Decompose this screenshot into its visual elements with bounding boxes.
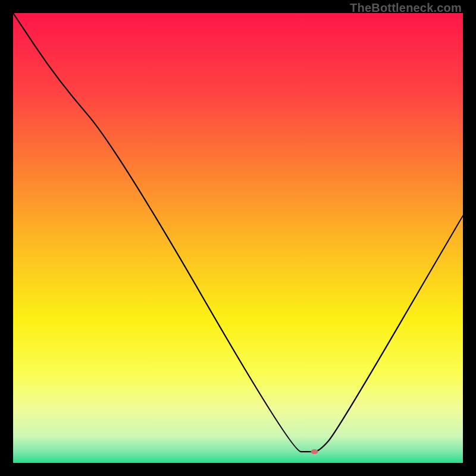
bottleneck-chart	[13, 13, 463, 463]
plot-area	[13, 13, 463, 463]
chart-frame: TheBottleneck.com	[0, 0, 476, 476]
watermark-text: TheBottleneck.com	[350, 1, 462, 15]
gradient-background	[13, 13, 463, 463]
optimal-marker	[311, 449, 318, 454]
